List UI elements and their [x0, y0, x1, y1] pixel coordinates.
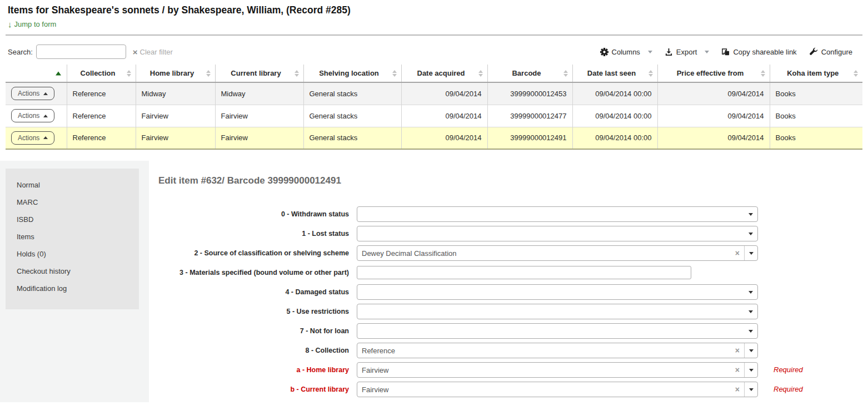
sort-icon — [854, 70, 858, 77]
clear-selection-icon[interactable]: × — [731, 365, 744, 374]
edit-item-panel: Edit item #632/ Barcode 39999000012491 0… — [149, 161, 868, 402]
current-library-select[interactable]: Fairview × — [357, 382, 758, 397]
use-restrictions-select[interactable] — [357, 304, 758, 319]
actions-button[interactable]: Actions — [11, 131, 54, 145]
copy-shareable-link-button[interactable]: Copy shareable link — [721, 48, 796, 56]
sidebar-item-items[interactable]: Items — [6, 228, 139, 245]
columns-button[interactable]: Columns — [600, 48, 652, 56]
field-label-not-for-loan: 7 - Not for loan — [158, 323, 349, 335]
actions-button[interactable]: Actions — [11, 109, 54, 122]
table-row: Actions Reference Fairview Fairview Gene… — [6, 105, 862, 127]
cell-date-last-seen: 09/04/2014 00:00 — [572, 105, 657, 127]
clear-selection-icon[interactable]: × — [731, 249, 744, 258]
classification-source-select[interactable]: Dewey Decimal Classification × — [357, 245, 758, 261]
configure-label: Configure — [821, 48, 852, 56]
field-label-current-library: b - Current library — [158, 382, 349, 394]
column-header-koha-item-type[interactable]: Koha item type — [770, 65, 862, 82]
sidebar-item-marc[interactable]: MARC — [6, 194, 139, 211]
cell-date-last-seen: 09/04/2014 00:00 — [572, 82, 657, 105]
column-header-current-library[interactable]: Current library — [215, 65, 303, 82]
sort-icon — [478, 70, 483, 77]
column-header-date-acquired[interactable]: Date acquired — [401, 65, 487, 82]
damaged-status-select[interactable] — [357, 284, 758, 300]
cell-barcode: 39999000012477 — [487, 105, 572, 127]
chevron-down-icon — [744, 304, 757, 319]
clear-filter-label: Clear filter — [140, 48, 173, 56]
sort-icon — [563, 70, 568, 77]
export-button[interactable]: Export — [665, 48, 710, 56]
download-icon — [665, 48, 673, 56]
cell-barcode: 39999000012491 — [487, 127, 572, 149]
chevron-down-icon — [744, 285, 757, 299]
cell-price-effective-from: 09/04/2014 — [657, 82, 770, 105]
column-header-home-library[interactable]: Home library — [136, 65, 215, 82]
jump-to-form-label: Jump to form — [14, 20, 57, 28]
field-label-materials-specified: 3 - Materials specified (bound volume or… — [158, 265, 349, 277]
cell-collection: Reference — [67, 82, 136, 105]
column-header-collection[interactable]: Collection — [67, 65, 136, 82]
copy-shareable-link-label: Copy shareable link — [733, 48, 796, 56]
form-row: 5 - Use restrictions — [158, 304, 868, 319]
jump-to-form-link[interactable]: ↓ Jump to form — [8, 19, 56, 29]
cell-shelving-location: General stacks — [303, 127, 401, 149]
cell-price-effective-from: 09/04/2014 — [657, 105, 770, 127]
field-label-damaged-status: 4 - Damaged status — [158, 284, 349, 297]
sidebar-item-isbd[interactable]: ISBD — [6, 211, 139, 228]
required-badge: Required — [774, 382, 803, 393]
cell-current-library: Midway — [215, 82, 303, 105]
cell-date-acquired: 09/04/2014 — [401, 82, 487, 105]
chevron-up-icon — [43, 115, 48, 117]
table-row: Actions Reference Midway Midway General … — [6, 82, 862, 105]
field-label-use-restrictions: 5 - Use restrictions — [158, 304, 349, 316]
column-header-price-effective-from[interactable]: Price effective from — [657, 65, 770, 82]
field-label-withdrawn-status: 0 - Withdrawn status — [158, 206, 349, 219]
clear-selection-icon[interactable]: × — [731, 385, 744, 394]
clear-filter-button[interactable]: × Clear filter — [133, 47, 173, 57]
cell-koha-item-type: Books — [770, 82, 862, 105]
cell-home-library: Fairview — [136, 127, 215, 149]
column-header-sort[interactable] — [6, 65, 67, 82]
column-header-barcode[interactable]: Barcode — [487, 65, 572, 82]
cell-collection: Reference — [67, 127, 136, 149]
chevron-down-icon — [705, 51, 709, 53]
actions-button[interactable]: Actions — [11, 87, 54, 100]
form-row: 0 - Withdrawn status — [158, 206, 868, 222]
sort-ascending-icon — [56, 71, 61, 75]
sort-icon — [127, 70, 131, 77]
top-section: Items for Shakespeare's sonnets / by Sha… — [0, 0, 868, 150]
not-for-loan-select[interactable] — [357, 323, 758, 339]
cell-date-last-seen: 09/04/2014 00:00 — [572, 127, 657, 149]
columns-label: Columns — [612, 48, 640, 56]
field-label-home-library: a - Home library — [158, 362, 349, 374]
materials-specified-input[interactable] — [357, 266, 691, 279]
cell-shelving-location: General stacks — [303, 105, 401, 127]
sidebar-item-normal[interactable]: Normal — [6, 176, 139, 194]
withdrawn-status-select[interactable] — [357, 206, 758, 222]
lost-status-select[interactable] — [357, 226, 758, 241]
clear-selection-icon[interactable]: × — [731, 346, 744, 355]
field-label-collection: 8 - Collection — [158, 343, 349, 355]
home-library-select[interactable]: Fairview × — [357, 362, 758, 378]
cell-home-library: Midway — [136, 82, 215, 105]
sort-icon — [648, 70, 653, 77]
export-label: Export — [676, 48, 697, 56]
chevron-down-icon — [744, 363, 757, 377]
column-header-date-last-seen[interactable]: Date last seen — [572, 65, 657, 82]
cell-shelving-location: General stacks — [303, 82, 401, 105]
sidebar-item-checkout-history[interactable]: Checkout history — [6, 263, 139, 280]
column-header-shelving-location[interactable]: Shelving location — [303, 65, 401, 82]
form-row: 8 - Collection Reference × — [158, 343, 868, 358]
search-input[interactable] — [36, 45, 126, 59]
configure-button[interactable]: Configure — [809, 47, 852, 56]
collection-select[interactable]: Reference × — [357, 343, 758, 358]
sidebar-item-modification-log[interactable]: Modification log — [6, 280, 139, 297]
cell-home-library: Fairview — [136, 105, 215, 127]
form-row: 4 - Damaged status — [158, 284, 868, 300]
sort-icon — [295, 70, 299, 77]
sidebar-item-holds[interactable]: Holds (0) — [6, 245, 139, 263]
cell-date-acquired: 09/04/2014 — [401, 127, 487, 149]
cell-price-effective-from: 09/04/2014 — [657, 127, 770, 149]
table-row-highlighted: Actions Reference Fairview Fairview Gene… — [6, 127, 862, 149]
gear-icon — [600, 48, 608, 56]
form-row: a - Home library Fairview × Required — [158, 362, 868, 378]
